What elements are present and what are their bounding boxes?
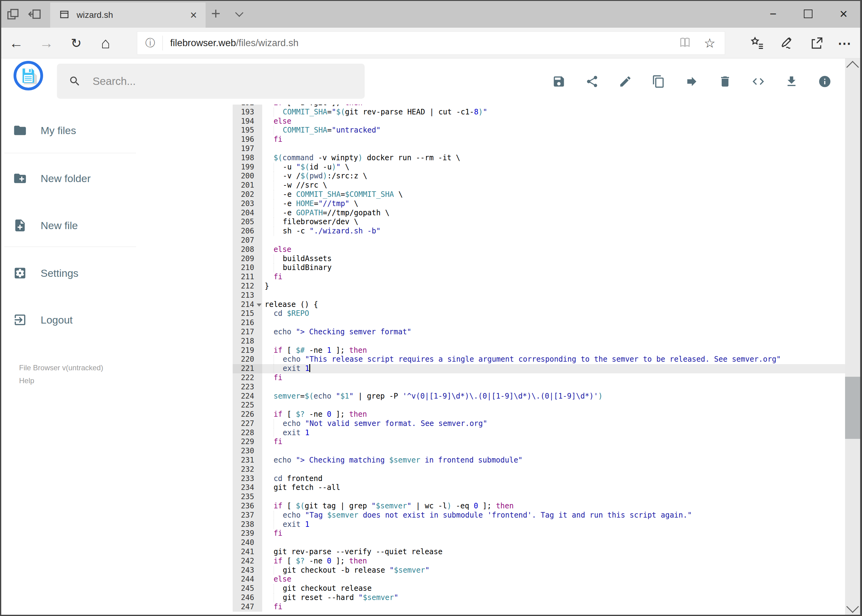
tab-preview-icon[interactable] — [6, 7, 20, 21]
share-file-button[interactable] — [585, 75, 599, 88]
move-button[interactable] — [685, 75, 698, 88]
code-editor[interactable]: 1921931941951961971981992002012022032042… — [233, 105, 845, 616]
download-button[interactable] — [785, 75, 798, 88]
web-notes-pen-icon[interactable] — [779, 28, 793, 58]
code-line[interactable]: -e COMMIT_SHA=$COMMIT_SHA \ — [262, 190, 845, 199]
filebrowser-logo[interactable] — [14, 61, 43, 90]
address-bar[interactable]: ⓘ filebrowser.web/files/wizard.sh ☆ — [137, 31, 725, 55]
code-line[interactable] — [262, 401, 845, 410]
code-line[interactable]: buildBinary — [262, 263, 845, 272]
window-minimize-button[interactable]: − — [762, 0, 784, 28]
info-button[interactable] — [818, 75, 832, 88]
code-line[interactable] — [262, 337, 845, 346]
sidebar-item-settings[interactable]: Settings — [13, 265, 79, 281]
code-line[interactable]: git checkout release — [262, 584, 845, 593]
tab-list-chevron-icon[interactable] — [236, 10, 242, 17]
home-icon[interactable]: ⌂ — [101, 28, 110, 58]
code-line[interactable]: else — [262, 575, 845, 584]
code-line[interactable]: fi — [262, 529, 845, 538]
window-maximize-button[interactable] — [797, 0, 819, 28]
add-favorite-star-icon[interactable]: ☆ — [704, 36, 715, 51]
code-line[interactable]: sh -c "./wizard.sh -b" — [262, 227, 845, 236]
code-line[interactable]: echo "> Checking semver format" — [262, 327, 845, 337]
site-info-icon[interactable]: ⓘ — [145, 36, 155, 50]
code-line[interactable]: -e HOME="//tmp" \ — [262, 199, 845, 209]
code-line[interactable]: -u "$(id -u)" \ — [262, 163, 845, 172]
code-line[interactable]: fi — [262, 135, 845, 144]
code-line[interactable]: fi — [262, 602, 845, 612]
window-close-button[interactable]: × — [833, 0, 854, 28]
reading-view-icon[interactable] — [679, 36, 692, 50]
scroll-down-icon[interactable] — [846, 600, 859, 613]
browser-tab[interactable]: wizard.sh × — [50, 2, 206, 28]
code-line[interactable]: if [ $? -ne 0 ]; then — [262, 557, 845, 566]
code-line[interactable]: exit 1 — [262, 364, 845, 373]
fold-toggle-icon[interactable] — [257, 303, 262, 306]
code-line[interactable]: else — [262, 245, 845, 255]
code-line[interactable]: fi — [262, 272, 845, 282]
search-input[interactable]: Search... — [57, 64, 365, 99]
code-line[interactable] — [262, 291, 845, 300]
tab-close-icon[interactable]: × — [190, 9, 197, 21]
code-line[interactable] — [262, 236, 845, 245]
code-line[interactable]: echo "This release script requires a sin… — [262, 355, 845, 364]
back-icon[interactable]: ← — [9, 28, 24, 58]
code-line[interactable]: -e GOPATH=//tmp/gopath \ — [262, 209, 845, 218]
scroll-up-icon[interactable] — [846, 61, 859, 74]
save-button[interactable] — [552, 75, 566, 88]
page-scrollbar[interactable] — [845, 58, 860, 616]
code-line[interactable] — [262, 446, 845, 456]
code-line[interactable] — [262, 144, 845, 154]
code-line[interactable] — [262, 492, 845, 501]
set-tabs-aside-icon[interactable] — [28, 7, 42, 21]
delete-button[interactable] — [718, 75, 732, 88]
code-line[interactable]: echo "> Checking matching $semver in fro… — [262, 456, 845, 465]
code-line[interactable]: git checkout -b release "$semver" — [262, 566, 845, 575]
code-line[interactable]: semver=$(echo "$1" | grep -P '^v(0|[1-9]… — [262, 392, 845, 401]
copy-button[interactable] — [652, 75, 665, 88]
code-line[interactable]: cd frontend — [262, 474, 845, 484]
code-line[interactable]: COMMIT_SHA="untracked" — [262, 126, 845, 135]
code-line[interactable]: cd $REPO — [262, 309, 845, 318]
code-view-button[interactable] — [752, 75, 765, 88]
code-line[interactable]: filebrowser/dev \ — [262, 217, 845, 227]
code-line[interactable]: -w //src \ — [262, 181, 845, 190]
code-line[interactable] — [262, 538, 845, 547]
help-link[interactable]: Help — [19, 376, 34, 385]
code-line[interactable]: fi — [262, 437, 845, 446]
scrollbar-thumb[interactable] — [845, 377, 860, 439]
sidebar-item-my-files[interactable]: My files — [13, 123, 76, 138]
code-line[interactable]: COMMIT_SHA="$(git rev-parse HEAD | cut -… — [262, 108, 845, 117]
code-line[interactable]: exit 1 — [262, 520, 845, 529]
code-line[interactable]: $(command -v winpty) docker run --rm -it… — [262, 154, 845, 163]
editor-code[interactable]: if [ -d .git ]; thenCOMMIT_SHA="$(git re… — [262, 105, 845, 612]
code-line[interactable]: git fetch --all — [262, 483, 845, 492]
code-line[interactable]: buildAssets — [262, 255, 845, 264]
forward-icon[interactable]: → — [39, 28, 54, 58]
code-line[interactable] — [262, 318, 845, 327]
sidebar-item-new-file[interactable]: New file — [13, 217, 78, 233]
sidebar-item-logout[interactable]: Logout — [13, 312, 72, 328]
code-line[interactable]: else — [262, 117, 845, 126]
code-line[interactable] — [262, 383, 845, 392]
code-line[interactable]: -v /$(pwd):/src:z \ — [262, 171, 845, 181]
refresh-icon[interactable]: ↻ — [71, 28, 82, 58]
code-line[interactable]: release () { — [262, 300, 845, 310]
code-line[interactable]: fi — [262, 373, 845, 383]
code-line[interactable]: if [ $# -ne 1 ]; then — [262, 346, 845, 355]
rename-button[interactable] — [619, 75, 632, 88]
share-icon[interactable] — [810, 28, 824, 58]
code-line[interactable]: if [ -d .git ]; then — [262, 105, 845, 108]
code-line[interactable]: echo "Not valid semver format. See semve… — [262, 419, 845, 428]
code-line[interactable]: exit 1 — [262, 428, 845, 438]
code-line[interactable] — [262, 465, 845, 474]
code-line[interactable]: echo "Tag $semver does not exist in subm… — [262, 511, 845, 520]
code-line[interactable]: if [ $? -ne 0 ]; then — [262, 410, 845, 419]
sidebar-item-new-folder[interactable]: New folder — [13, 170, 91, 186]
code-line[interactable]: git rev-parse --verify --quiet release — [262, 547, 845, 557]
code-line[interactable]: } — [262, 282, 845, 291]
code-line[interactable]: git reset --hard "$semver" — [262, 593, 845, 602]
hub-favorites-icon[interactable] — [750, 28, 764, 58]
more-menu-icon[interactable]: ⋯ — [838, 28, 851, 58]
code-line[interactable]: if [ $(git tag | grep "$semver" | wc -l)… — [262, 501, 845, 511]
